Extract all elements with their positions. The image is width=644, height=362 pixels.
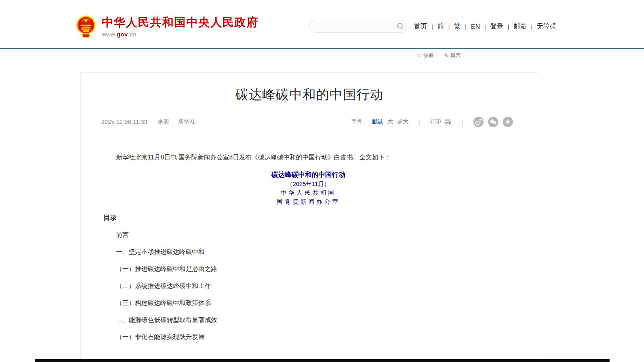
print-button[interactable]: 打印	[430, 118, 452, 126]
toc-heading: 目录	[103, 213, 513, 222]
nav-home[interactable]: 首页	[414, 22, 431, 31]
top-nav: 首页 | 简 | 繁 | EN | 登录 | 邮箱 | 无障碍	[414, 22, 561, 31]
document-issuer-country: 中华人民共和国	[103, 188, 513, 197]
font-size-default[interactable]: 默认	[372, 118, 383, 125]
favorite-button[interactable]: ☆ 收藏	[416, 52, 434, 59]
toc-item: （二）系统推进碳达峰碳中和工作	[103, 281, 513, 290]
article-title: 碳达峰碳中和的中国行动	[81, 86, 538, 104]
nav-mail[interactable]: 邮箱	[509, 22, 531, 31]
meta-separator: |	[418, 119, 420, 125]
header-divider	[0, 48, 644, 49]
nav-english[interactable]: EN	[467, 23, 484, 30]
nav-accessibility[interactable]: 无障碍	[532, 22, 561, 31]
article-date: 2025-11-08 11:39	[101, 119, 147, 125]
pencil-icon: ✎	[444, 53, 449, 58]
intro-paragraph: 新华社北京11月8日电 国务院新闻办公室8日发布《碳达峰碳中和的中国行动》白皮书…	[103, 153, 513, 162]
font-size-large[interactable]: 大	[388, 118, 393, 125]
document-title: 碳达峰碳中和的中国行动	[103, 170, 513, 179]
search-input[interactable]	[310, 20, 393, 32]
article-panel: 碳达峰碳中和的中国行动 2025-11-08 11:39 来源： 新华社 字号：…	[80, 72, 538, 362]
search-box	[309, 20, 407, 33]
site-title: 中华人民共和国中央人民政府	[102, 16, 259, 29]
document-date: （2025年11月）	[103, 179, 513, 188]
nav-simplified[interactable]: 简	[433, 22, 448, 31]
toc-item: （一）非化石能源实现跃升发展	[103, 332, 513, 341]
site-title-block: 中华人民共和国中央人民政府 www.gov.cn	[102, 15, 259, 38]
article-meta-row: 2025-11-08 11:39 来源： 新华社 字号： 默认 大 超大 | 打…	[101, 117, 513, 134]
footer-top-edge	[35, 359, 610, 362]
favorite-label: 收藏	[424, 52, 434, 59]
toc-item: 二、能源绿色低碳转型取得显著成效	[103, 315, 513, 324]
toc-item: 一、坚定不移推进碳达峰碳中和	[103, 247, 513, 256]
article-meta-left: 2025-11-08 11:39 来源： 新华社	[101, 118, 195, 125]
site-header: 中华人民共和国中央人民政府 www.gov.cn 首页 | 简 | 繁 | EN…	[0, 0, 644, 48]
font-size-label: 字号：	[351, 118, 368, 125]
source-label: 来源：	[158, 118, 175, 125]
national-emblem-icon	[75, 15, 97, 39]
nav-login[interactable]: 登录	[486, 22, 508, 31]
search-icon	[397, 23, 404, 30]
toc-item: （三）构建碳达峰碳中和政策体系	[103, 298, 513, 307]
article-body: 新华社北京11月8日电 国务院新闻办公室8日发布《碳达峰碳中和的中国行动》白皮书…	[103, 153, 513, 341]
document-heading: 碳达峰碳中和的中国行动 （2025年11月） 中华人民共和国 国务院新闻办公室	[103, 170, 513, 207]
star-icon: ☆	[416, 53, 422, 58]
source-value: 新华社	[178, 118, 196, 125]
meta-separator: |	[462, 119, 464, 125]
article-meta-right: 字号： 默认 大 超大 | 打印 |	[351, 117, 513, 127]
favorite-star-icon[interactable]	[503, 117, 513, 127]
site-url: www.gov.cn	[102, 31, 259, 38]
site-logo[interactable]: 中华人民共和国中央人民政府 www.gov.cn	[75, 15, 259, 39]
share-group	[473, 117, 513, 127]
message-button[interactable]: ✎ 留言	[444, 52, 461, 59]
weibo-icon[interactable]	[473, 117, 484, 127]
toc-item: （一）推进碳达峰碳中和是必由之路	[103, 264, 513, 273]
wechat-icon[interactable]	[488, 117, 498, 127]
page-tools: ☆ 收藏 ✎ 留言	[416, 52, 461, 59]
toc-item: 前言	[103, 230, 513, 239]
message-label: 留言	[450, 52, 461, 59]
document-issuer-office: 国务院新闻办公室	[103, 197, 513, 207]
nav-traditional[interactable]: 繁	[450, 22, 465, 31]
font-size-xlarge[interactable]: 超大	[397, 118, 408, 125]
article-source: 来源： 新华社	[158, 118, 195, 125]
printer-icon	[444, 118, 452, 126]
print-label: 打印	[430, 118, 441, 125]
search-button[interactable]	[393, 20, 407, 33]
